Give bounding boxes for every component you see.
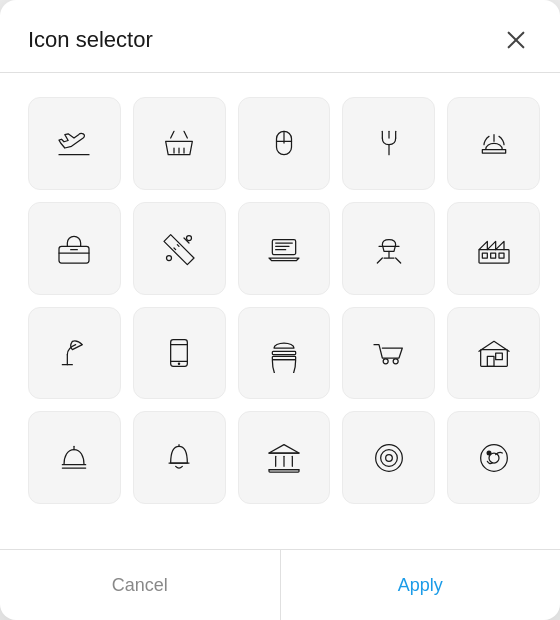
space-icon[interactable]	[447, 411, 540, 504]
svg-rect-22	[490, 253, 495, 258]
smartphone-icon[interactable]	[133, 307, 226, 400]
factory-icon[interactable]	[447, 202, 540, 295]
svg-point-50	[385, 454, 392, 461]
svg-point-13	[187, 236, 192, 241]
svg-point-49	[380, 449, 397, 466]
bank-icon[interactable]	[238, 411, 331, 504]
fork-icon[interactable]	[342, 97, 435, 190]
toolbox-icon[interactable]	[28, 202, 121, 295]
svg-rect-26	[171, 340, 188, 367]
svg-point-33	[393, 359, 398, 364]
svg-point-48	[375, 444, 402, 471]
svg-rect-35	[487, 356, 494, 366]
svg-rect-36	[495, 353, 502, 360]
svg-point-29	[178, 363, 181, 366]
warehouse-icon[interactable]	[447, 307, 540, 400]
notification-bell-icon[interactable]	[133, 411, 226, 504]
office-chair-icon[interactable]	[342, 202, 435, 295]
svg-rect-47	[269, 469, 299, 472]
cancel-button[interactable]: Cancel	[0, 550, 281, 620]
apply-button[interactable]: Apply	[281, 550, 561, 620]
svg-rect-15	[272, 240, 295, 255]
svg-point-51	[480, 445, 507, 472]
basket-icon[interactable]	[133, 97, 226, 190]
burger-icon[interactable]	[238, 307, 331, 400]
icon-grid	[28, 97, 540, 504]
airplane-departure-icon[interactable]	[28, 97, 121, 190]
dialog-header: Icon selector	[0, 0, 560, 72]
svg-rect-30	[272, 351, 295, 354]
dialog-footer: Cancel Apply	[0, 550, 560, 620]
close-button[interactable]	[500, 24, 532, 56]
svg-point-32	[383, 359, 388, 364]
svg-marker-41	[269, 444, 299, 452]
mouse-icon[interactable]	[238, 97, 331, 190]
header-divider	[0, 72, 560, 73]
svg-point-53	[486, 450, 491, 455]
bell-service-icon[interactable]	[28, 411, 121, 504]
svg-point-14	[167, 256, 172, 261]
icon-grid-wrapper	[0, 81, 560, 549]
svg-rect-10	[59, 247, 89, 264]
ticket-icon[interactable]	[133, 202, 226, 295]
hard-hat-icon[interactable]	[447, 97, 540, 190]
laptop-icon[interactable]	[238, 202, 331, 295]
svg-rect-21	[482, 253, 487, 258]
icon-selector-dialog: Icon selector	[0, 0, 560, 620]
dialog-title: Icon selector	[28, 27, 153, 53]
cart-delivery-icon[interactable]	[342, 307, 435, 400]
desk-lamp-icon[interactable]	[28, 307, 121, 400]
svg-rect-23	[499, 253, 504, 258]
target-icon[interactable]	[342, 411, 435, 504]
